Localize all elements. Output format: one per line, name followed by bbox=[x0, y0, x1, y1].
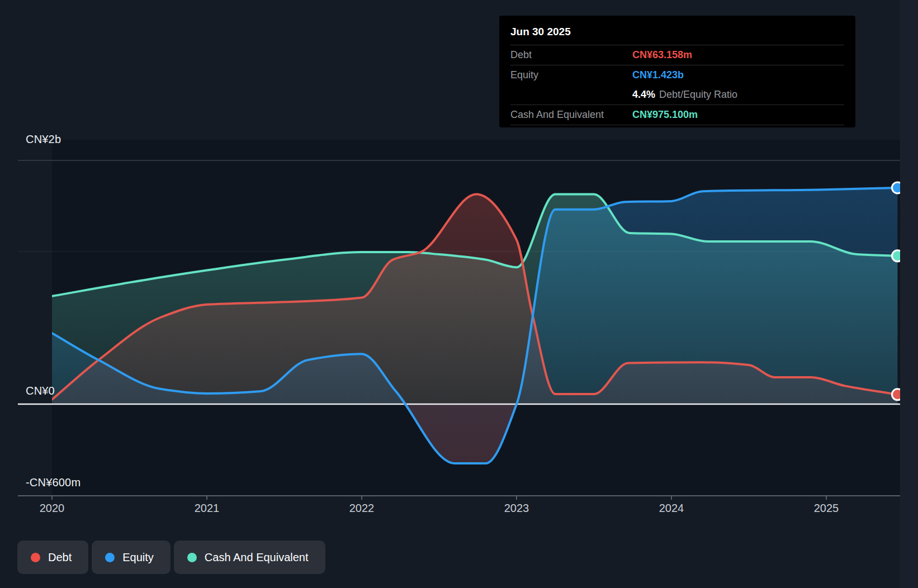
tooltip-equity-row: Equity CN¥1.423b bbox=[510, 65, 844, 85]
tooltip-cash-value: CN¥975.100m bbox=[632, 109, 698, 121]
equity-legend-dot-icon bbox=[105, 553, 115, 562]
tooltip-debt-label: Debt bbox=[510, 49, 632, 61]
chart-tooltip: Jun 30 2025 Debt CN¥63.158m Equity CN¥1.… bbox=[499, 16, 855, 127]
legend-cash-label: Cash And Equivalent bbox=[205, 551, 309, 564]
legend-equity-label: Equity bbox=[122, 551, 154, 564]
tooltip-equity-label: Equity bbox=[510, 69, 632, 81]
tooltip-equity-value: CN¥1.423b bbox=[632, 69, 684, 81]
debt-equity-cash-chart-page: CN¥2b CN¥0 -CN¥600m 2020 2021 2022 2023 … bbox=[0, 0, 918, 588]
x-axis-ticks bbox=[52, 496, 826, 500]
tooltip-cash-row: Cash And Equivalent CN¥975.100m bbox=[510, 105, 844, 125]
tooltip-ratio-value: 4.4% bbox=[632, 89, 655, 101]
x-axis-label-2021: 2021 bbox=[195, 502, 220, 515]
x-axis-label-2024: 2024 bbox=[659, 502, 684, 515]
x-axis-label-2023: 2023 bbox=[504, 502, 529, 515]
y-axis-label-0: CN¥0 bbox=[26, 385, 55, 397]
tooltip-debt-value: CN¥63.158m bbox=[632, 49, 692, 61]
tooltip-date: Jun 30 2025 bbox=[510, 20, 844, 45]
debt-legend-dot-icon bbox=[31, 553, 40, 562]
right-margin-band bbox=[900, 0, 918, 588]
legend-chip-equity[interactable]: Equity bbox=[92, 540, 171, 574]
y-axis-label-2b: CN¥2b bbox=[26, 133, 61, 146]
legend-debt-label: Debt bbox=[48, 551, 72, 564]
chart-legend: Debt Equity Cash And Equivalent bbox=[17, 540, 325, 574]
y-axis-label-neg600m: -CN¥600m bbox=[26, 476, 81, 489]
tooltip-ratio-label: Debt/Equity Ratio bbox=[659, 89, 737, 101]
tooltip-cash-label: Cash And Equivalent bbox=[510, 109, 632, 121]
x-axis-label-2020: 2020 bbox=[40, 502, 65, 515]
tooltip-ratio-row: 4.4% Debt/Equity Ratio bbox=[510, 85, 844, 105]
legend-chip-debt[interactable]: Debt bbox=[17, 540, 88, 574]
tooltip-debt-row: Debt CN¥63.158m bbox=[510, 45, 844, 65]
cash-legend-dot-icon bbox=[187, 553, 197, 562]
legend-chip-cash[interactable]: Cash And Equivalent bbox=[174, 540, 325, 574]
x-axis-label-2022: 2022 bbox=[349, 502, 375, 515]
x-axis-label-2025: 2025 bbox=[814, 502, 839, 515]
